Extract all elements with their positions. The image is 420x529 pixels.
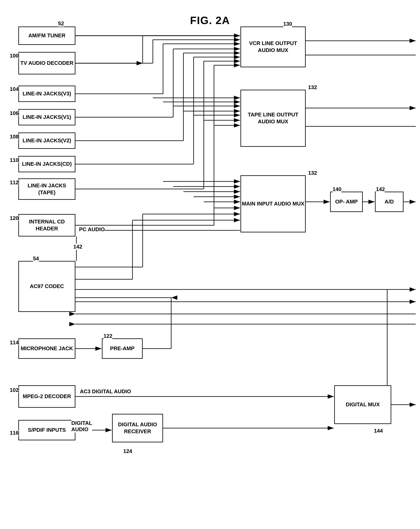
vcr-mux-box: VCR LINE OUTPUT AUDIO MUX bbox=[240, 26, 306, 67]
line-in-v3-box: LINE-IN JACKS(V3) bbox=[18, 86, 75, 102]
ref-144: 144 bbox=[374, 428, 383, 434]
pc-audio-label: PC AUDIO bbox=[79, 226, 105, 233]
diagram-container: FIG. 2A bbox=[0, 0, 420, 529]
ref-140: 140 bbox=[333, 186, 341, 192]
pre-amp-box: PRE-AMP bbox=[102, 338, 143, 359]
amfm-tuner-box: AM/FM TUNER bbox=[18, 26, 75, 45]
tape-mux-box: TAPE LINE OUTPUT AUDIO MUX bbox=[240, 90, 306, 147]
ref-116: 116 bbox=[10, 430, 19, 436]
ref-142a: 142 bbox=[73, 244, 82, 250]
mpeg2-decoder-box: MPEG-2 DECODER bbox=[18, 385, 75, 408]
ref-124: 124 bbox=[123, 448, 132, 454]
main-mux-box: MAIN INPUT AUDIO MUX bbox=[240, 175, 306, 232]
digital-audio-label: DIGITAL AUDIO bbox=[71, 420, 92, 433]
ref-114: 114 bbox=[10, 339, 19, 346]
op-amp-box: OP- AMP bbox=[330, 192, 363, 212]
ref-110: 110 bbox=[10, 157, 19, 163]
spdif-inputs-box: S/PDIF INPUTS bbox=[18, 420, 75, 440]
ref-54: 54 bbox=[33, 255, 39, 262]
ref-106: 106 bbox=[10, 110, 19, 116]
ac97-codec-box: AC97 CODEC bbox=[18, 261, 75, 312]
ref-122: 122 bbox=[104, 333, 112, 339]
cd-header-box: INTERNAL CD HEADER bbox=[18, 214, 75, 237]
ref-100: 100 bbox=[10, 53, 19, 59]
digital-mux-box: DIGITAL MUX bbox=[334, 385, 391, 424]
ref-130: 130 bbox=[283, 21, 292, 27]
ref-142b: 142 bbox=[376, 186, 385, 192]
ad-box: A/D bbox=[375, 192, 404, 212]
ref-104: 104 bbox=[10, 86, 19, 92]
line-in-v1-box: LINE-IN JACKS(V1) bbox=[18, 109, 75, 125]
ref-112: 112 bbox=[10, 179, 19, 186]
ref-132a: 132 bbox=[308, 84, 317, 91]
tv-audio-decoder-box: TV AUDIO DECODER bbox=[18, 52, 75, 74]
ac3-digital-audio-label: AC3 DIGITAL AUDIO bbox=[80, 388, 131, 395]
line-in-tape-box: LINE-IN JACKS (TAPE) bbox=[18, 178, 75, 200]
line-in-v2-box: LINE-IN JACKS(V2) bbox=[18, 132, 75, 149]
line-in-cd-box: LINE-IN JACKS(CD) bbox=[18, 156, 75, 172]
digital-audio-receiver-box: DIGITAL AUDIO RECEIVER bbox=[112, 414, 163, 442]
mic-jack-box: MICROPHONE JACK bbox=[18, 338, 75, 359]
ref-108: 108 bbox=[10, 133, 19, 140]
ref-102: 102 bbox=[10, 387, 19, 393]
ref-120: 120 bbox=[10, 215, 19, 221]
ref-52: 52 bbox=[58, 20, 64, 27]
ref-132b: 132 bbox=[308, 170, 317, 176]
